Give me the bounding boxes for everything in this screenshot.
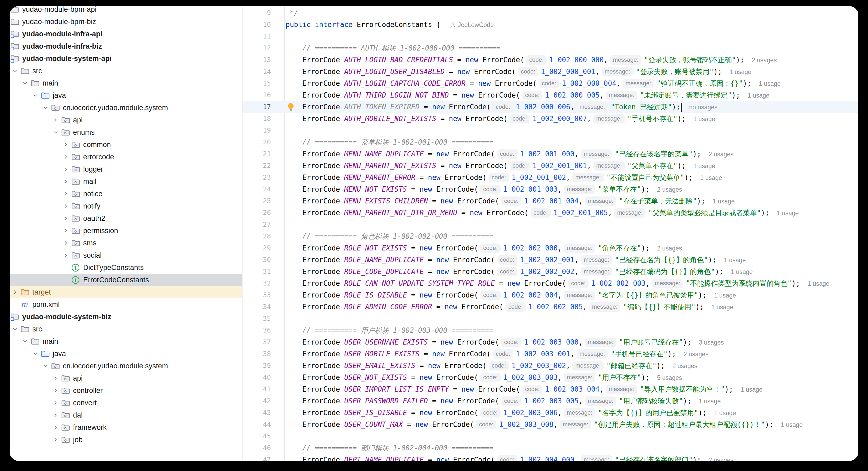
tree-row-yudao-module-infra-biz[interactable]: yudao-module-infra-biz xyxy=(10,40,242,53)
usages-inlay[interactable]: 2 usages xyxy=(672,363,697,370)
tree-row-permission[interactable]: permission xyxy=(10,224,242,237)
usages-inlay[interactable]: 1 usage xyxy=(699,398,721,405)
usages-inlay[interactable]: 1 usage xyxy=(808,280,830,287)
gutter-line-number[interactable]: 43 xyxy=(243,407,284,418)
chevron-right-icon[interactable] xyxy=(62,141,69,148)
tree-row-yudao-module-bpm-biz[interactable]: yudao-module-bpm-biz xyxy=(10,15,242,28)
gutter-line-number[interactable]: 10 xyxy=(243,19,284,30)
tree-row-api[interactable]: api xyxy=(10,114,242,126)
usages-inlay[interactable]: 1 usage xyxy=(730,68,751,75)
usages-inlay[interactable]: 2 usages xyxy=(657,245,682,252)
code-author-inlay[interactable]: JeeLowCode xyxy=(450,21,494,28)
chevron-right-icon[interactable] xyxy=(62,165,69,173)
chevron-down-icon[interactable] xyxy=(21,338,29,345)
tree-row-yudao-module-system-biz[interactable]: yudao-module-system-biz xyxy=(10,311,242,323)
usages-inlay[interactable]: 2 usages xyxy=(752,57,777,64)
tree-row-pom-xml[interactable]: mpom.xml xyxy=(10,298,242,311)
usages-inlay[interactable]: 1 usage xyxy=(693,162,715,169)
tree-row-api[interactable]: api xyxy=(10,372,242,384)
tree-row-mail[interactable]: mail xyxy=(10,175,242,188)
gutter-line-number[interactable]: 20 xyxy=(243,136,284,148)
tree-row-convert[interactable]: convert xyxy=(10,397,242,409)
usages-inlay[interactable]: 2 usages xyxy=(657,186,682,193)
gutter-line-number[interactable]: 34 xyxy=(243,301,284,313)
usages-inlay[interactable]: 1 usage xyxy=(714,410,736,416)
gutter-line-number[interactable]: 23 xyxy=(243,171,284,183)
usages-inlay[interactable]: 1 usage xyxy=(693,116,715,122)
tree-row-target[interactable]: target xyxy=(10,286,242,298)
gutter-line-number[interactable]: 27 xyxy=(243,219,284,230)
gutter-line-number[interactable]: 42 xyxy=(243,395,284,407)
usages-inlay[interactable]: 5 usages xyxy=(657,374,682,381)
chevron-right-icon[interactable] xyxy=(52,399,59,407)
gutter-line-number[interactable]: 14 xyxy=(243,66,284,77)
gutter-line-number[interactable]: 32 xyxy=(243,278,284,289)
tree-row-enums[interactable]: enums xyxy=(10,126,242,138)
usages-inlay[interactable]: 1 usage xyxy=(759,80,781,87)
gutter-line-number[interactable]: 36 xyxy=(243,324,284,336)
chevron-right-icon[interactable] xyxy=(52,436,59,443)
gutter-line-number[interactable]: 12 xyxy=(243,42,284,54)
gutter-line-number[interactable]: 45 xyxy=(243,430,284,442)
gutter-line-number[interactable]: 9 xyxy=(243,7,284,19)
chevron-right-icon[interactable] xyxy=(52,116,59,124)
chevron-down-icon[interactable] xyxy=(21,80,29,87)
tree-row-framework[interactable]: framework xyxy=(10,421,242,434)
tree-row-dicttypeconstants[interactable]: IDictTypeConstants xyxy=(10,261,242,274)
usages-inlay[interactable]: 1 usage xyxy=(714,292,736,299)
tree-row-src[interactable]: src xyxy=(10,65,242,77)
chevron-right-icon[interactable] xyxy=(62,215,69,222)
gutter-line-number[interactable]: 13 xyxy=(243,54,284,66)
tree-row-java[interactable]: java xyxy=(10,89,242,101)
chevron-down-icon[interactable] xyxy=(11,67,19,74)
usages-inlay[interactable]: 1 usage xyxy=(748,92,770,99)
gutter-line-number[interactable]: 33 xyxy=(243,289,284,301)
gutter-line-number[interactable]: 41 xyxy=(243,383,284,395)
usages-inlay[interactable]: no usages xyxy=(689,104,717,111)
chevron-right-icon[interactable] xyxy=(62,239,69,247)
tree-row-yudao-module-bpm-api[interactable]: yudao-module-bpm-api xyxy=(10,6,242,15)
chevron-right-icon[interactable] xyxy=(62,153,69,161)
usages-inlay[interactable]: 1 usage xyxy=(700,174,722,181)
chevron-right-icon[interactable] xyxy=(52,411,59,419)
gutter-line-number[interactable]: 44 xyxy=(243,418,284,430)
usages-inlay[interactable]: 1 usage xyxy=(777,210,799,217)
tree-row-job[interactable]: job xyxy=(10,434,242,446)
chevron-right-icon[interactable] xyxy=(11,288,19,296)
gutter-line-number[interactable]: 22 xyxy=(243,160,284,171)
chevron-right-icon[interactable] xyxy=(62,202,69,210)
chevron-down-icon[interactable] xyxy=(52,129,59,136)
usages-inlay[interactable]: 1 usage xyxy=(781,421,803,428)
tree-row-social[interactable]: social xyxy=(10,249,242,261)
usages-inlay[interactable]: 3 usages xyxy=(699,339,723,346)
gutter-line-number[interactable]: 47 xyxy=(243,454,284,461)
tree-row-main[interactable]: main xyxy=(10,335,242,347)
gutter-line-number[interactable]: 30 xyxy=(243,254,284,266)
gutter-line-number[interactable]: 39 xyxy=(243,360,284,372)
tree-row-cn-iocoder-yudao-module-system[interactable]: cn.iocoder.yudao.module.system xyxy=(10,360,242,372)
chevron-right-icon[interactable] xyxy=(62,190,69,197)
gutter-line-number[interactable]: 46 xyxy=(243,442,284,454)
usages-inlay[interactable]: 1 usage xyxy=(724,257,746,263)
gutter-line-number[interactable]: 38 xyxy=(243,348,284,360)
gutter-line-number[interactable]: 24 xyxy=(243,183,284,195)
tree-row-controller[interactable]: controller xyxy=(10,384,242,397)
tree-row-dal[interactable]: dal xyxy=(10,409,242,421)
tree-row-errorcode[interactable]: errorcode xyxy=(10,151,242,163)
usages-inlay[interactable]: 1 usage xyxy=(731,269,753,275)
tree-row-src[interactable]: src xyxy=(10,323,242,335)
tree-row-oauth2[interactable]: oauth2 xyxy=(10,212,242,224)
chevron-right-icon[interactable] xyxy=(52,375,59,382)
chevron-down-icon[interactable] xyxy=(11,325,19,333)
chevron-right-icon[interactable] xyxy=(52,424,59,431)
intention-lightbulb-icon[interactable] xyxy=(286,102,296,113)
chevron-down-icon[interactable] xyxy=(42,362,49,370)
gutter-line-number[interactable]: 29 xyxy=(243,242,284,254)
gutter-line-number[interactable]: 35 xyxy=(243,313,284,324)
usages-inlay[interactable]: 2 usages xyxy=(683,351,708,358)
chevron-right-icon[interactable] xyxy=(62,252,69,259)
chevron-down-icon[interactable] xyxy=(32,92,39,99)
gutter-line-number[interactable]: 11 xyxy=(243,30,284,42)
tree-row-main[interactable]: main xyxy=(10,77,242,89)
gutter-line-number[interactable]: 37 xyxy=(243,336,284,348)
